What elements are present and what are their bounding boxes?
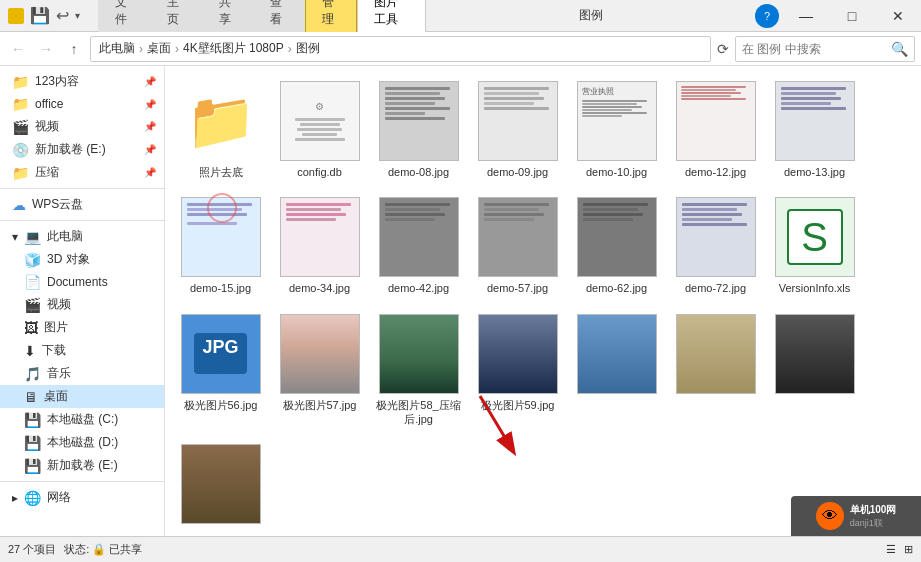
sidebar-item-documents[interactable]: 📄 Documents: [0, 271, 164, 293]
file-thumb-xls: S: [775, 197, 855, 277]
file-area-wrapper: 📁 照片去底 ⚙ config.db: [165, 66, 921, 536]
file-thumb: [478, 81, 558, 161]
view-list-icon[interactable]: ☰: [886, 543, 896, 556]
file-label: 极光图片59.jpg: [481, 398, 555, 412]
tab-manage[interactable]: 管理: [305, 0, 357, 32]
file-label: demo-12.jpg: [685, 165, 746, 179]
file-thumb: [379, 81, 459, 161]
tab-home[interactable]: 主页: [150, 0, 202, 32]
sidebar-item-123[interactable]: 📁 123内容 📌: [0, 70, 164, 93]
file-item-demo57[interactable]: demo-57.jpg: [470, 190, 565, 302]
sidebar-item-compress[interactable]: 📁 压缩 📌: [0, 161, 164, 184]
file-label: demo-08.jpg: [388, 165, 449, 179]
path-current: 图例: [296, 40, 320, 57]
save-quick-btn[interactable]: 💾: [28, 4, 52, 27]
sidebar-item-pictures[interactable]: 🖼 图片: [0, 316, 164, 339]
file-item-demo34[interactable]: demo-34.jpg: [272, 190, 367, 302]
file-item-demo08[interactable]: demo-08.jpg: [371, 74, 466, 186]
file-item-versioninfo[interactable]: S VersionInfo.xls: [767, 190, 862, 302]
refresh-button[interactable]: ⟳: [717, 41, 729, 57]
file-item-demo42[interactable]: demo-42.jpg: [371, 190, 466, 302]
view-grid-icon[interactable]: ⊞: [904, 543, 913, 556]
sidebar-item-video2[interactable]: 🎬 视频: [0, 293, 164, 316]
file-item-demo72[interactable]: demo-72.jpg: [668, 190, 763, 302]
file-thumb: [676, 314, 756, 394]
file-item-row4-3[interactable]: [767, 307, 862, 434]
file-item-folder[interactable]: 📁 照片去底: [173, 74, 268, 186]
search-box: 🔍: [735, 36, 915, 62]
file-item-demo10[interactable]: 营业执照 demo-10.jpg: [569, 74, 664, 186]
sidebar-item-drive-d[interactable]: 💾 本地磁盘 (D:): [0, 431, 164, 454]
close-button[interactable]: ✕: [875, 0, 921, 32]
sidebar-item-office[interactable]: 📁 office 📌: [0, 93, 164, 115]
up-button[interactable]: ↑: [62, 37, 86, 61]
back-button[interactable]: ←: [6, 37, 30, 61]
file-item-demo12[interactable]: demo-12.jpg: [668, 74, 763, 186]
file-item-aurora58[interactable]: 极光图片58_压缩后.jpg: [371, 307, 466, 434]
sidebar-item-wps[interactable]: ☁ WPS云盘: [0, 193, 164, 216]
dropdown-quick-btn[interactable]: ▾: [73, 8, 82, 23]
file-label: demo-72.jpg: [685, 281, 746, 295]
file-item-demo15[interactable]: demo-15.jpg: [173, 190, 268, 302]
sidebar-item-downloads[interactable]: ⬇ 下载: [0, 339, 164, 362]
search-input[interactable]: [742, 42, 891, 56]
file-item-row4-4[interactable]: [173, 437, 268, 535]
sidebar-item-network[interactable]: ▸ 🌐 网络: [0, 486, 164, 509]
minimize-button[interactable]: —: [783, 0, 829, 32]
undo-quick-btn[interactable]: ↩: [54, 4, 71, 27]
file-item-aurora59[interactable]: 极光图片59.jpg: [470, 307, 565, 434]
sidebar-item-drive-c[interactable]: 💾 本地磁盘 (C:): [0, 408, 164, 431]
file-item-demo09[interactable]: demo-09.jpg: [470, 74, 565, 186]
sidebar-item-thispc[interactable]: ▾ 💻 此电脑: [0, 225, 164, 248]
sidebar-item-drive-e2[interactable]: 💾 新加载卷 (E:): [0, 454, 164, 477]
sidebar-item-drive-e[interactable]: 💿 新加载卷 (E:) 📌: [0, 138, 164, 161]
file-thumb: [676, 197, 756, 277]
help-button[interactable]: ?: [755, 4, 779, 28]
window-title: 图例: [427, 0, 756, 31]
sidebar: 📁 123内容 📌 📁 office 📌 🎬 视频 📌 💿 新加载卷 (E:) …: [0, 66, 165, 536]
file-label: 极光图片56.jpg: [184, 398, 258, 412]
file-item-row4-1[interactable]: [569, 307, 664, 434]
file-area: 📁 照片去底 ⚙ config.db: [165, 66, 921, 536]
file-thumb: [181, 197, 261, 277]
path-desktop: 桌面: [147, 40, 171, 57]
item-count: 27 个项目: [8, 542, 56, 557]
sidebar-item-3d[interactable]: 🧊 3D 对象: [0, 248, 164, 271]
file-item-aurora56[interactable]: JPG 极光图片56.jpg: [173, 307, 268, 434]
file-label: demo-13.jpg: [784, 165, 845, 179]
folder-icon: [8, 8, 24, 24]
file-item-configdb[interactable]: ⚙ config.db: [272, 74, 367, 186]
file-item-row4-2[interactable]: [668, 307, 763, 434]
folder-thumb-icon: 📁: [186, 93, 256, 149]
address-path[interactable]: 此电脑 › 桌面 › 4K壁纸图片 1080P › 图例: [90, 36, 711, 62]
file-thumb-db: ⚙: [280, 81, 360, 161]
tab-picture-tools[interactable]: 图片工具: [357, 0, 427, 32]
file-item-aurora57[interactable]: 极光图片57.jpg: [272, 307, 367, 434]
file-thumb: [280, 314, 360, 394]
tab-share[interactable]: 共享: [202, 0, 254, 32]
sidebar-item-desktop[interactable]: 🖥 桌面: [0, 385, 164, 408]
sidebar-item-music[interactable]: 🎵 音乐: [0, 362, 164, 385]
file-label: 极光图片58_压缩后.jpg: [376, 398, 461, 427]
tab-view[interactable]: 查看: [253, 0, 305, 32]
maximize-button[interactable]: □: [829, 0, 875, 32]
forward-button[interactable]: →: [34, 37, 58, 61]
file-thumb: [775, 314, 855, 394]
file-label: config.db: [297, 165, 342, 179]
search-icon: 🔍: [891, 41, 908, 57]
xls-icon: S: [787, 209, 843, 265]
file-label: demo-42.jpg: [388, 281, 449, 295]
file-thumb: [577, 314, 657, 394]
file-item-demo13[interactable]: demo-13.jpg: [767, 74, 862, 186]
file-thumb: [181, 444, 261, 524]
file-label: 照片去底: [199, 165, 243, 179]
file-thumb: [775, 81, 855, 161]
tab-file[interactable]: 文件: [98, 0, 150, 32]
watermark-badge: 👁 单机100网 danji1联: [791, 496, 921, 536]
file-thumb: [379, 314, 459, 394]
path-pc: 此电脑: [99, 40, 135, 57]
title-bar: 💾 ↩ ▾ 文件 主页 共享 查看 管理 图片工具 图例 ? — □ ✕: [0, 0, 921, 32]
sidebar-item-video1[interactable]: 🎬 视频 📌: [0, 115, 164, 138]
file-item-demo62[interactable]: demo-62.jpg: [569, 190, 664, 302]
status-bar: 27 个项目 状态: 🔒 已共享 ☰ ⊞: [0, 536, 921, 562]
